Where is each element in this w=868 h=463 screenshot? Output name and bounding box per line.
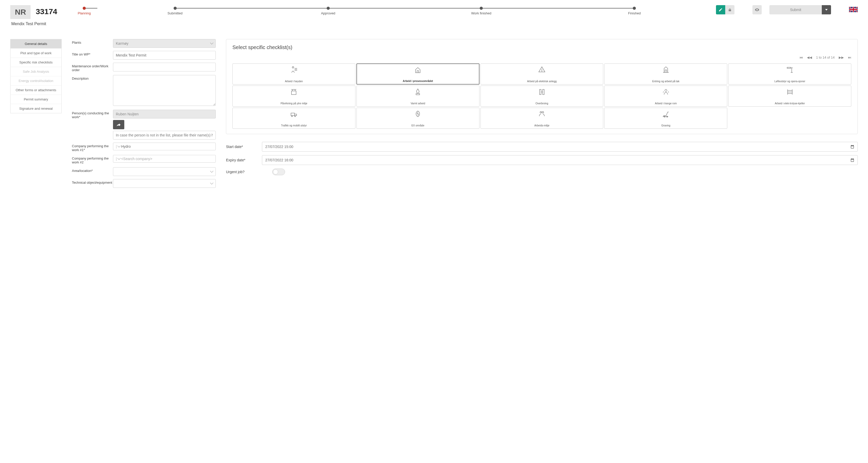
area-select[interactable] — [113, 167, 216, 176]
submit-button[interactable]: Submit — [769, 5, 831, 15]
company2-combobox[interactable]: | <Search company> — [113, 155, 216, 163]
pager-last[interactable]: ⏭ — [848, 56, 851, 59]
share-person-button[interactable] — [113, 120, 124, 129]
checklist-card[interactable]: Varmt arbeid — [356, 86, 479, 107]
checklist-card[interactable]: Påvirkning på ytre miljø — [232, 86, 355, 107]
svg-rect-5 — [539, 89, 541, 94]
checklist-card[interactable]: EX område — [356, 108, 479, 129]
sidebar-item-permit-summary[interactable]: Permit summary — [10, 95, 61, 104]
checklist-icon — [662, 66, 670, 74]
checklist-card-label: Arbeid i høyden — [285, 80, 303, 83]
start-date-label: Start date* — [226, 145, 262, 149]
checklist-card-label: Påvirkning på ytre miljø — [280, 102, 307, 105]
checklist-card[interactable]: Arbeid på elektrisk anlegg — [480, 63, 603, 85]
title-input[interactable] — [113, 51, 216, 60]
checklist-card[interactable]: Arbeid i prosessområdet — [356, 63, 479, 85]
step-submitted[interactable]: Submitted — [98, 7, 251, 15]
checklist-icon — [786, 66, 794, 74]
checklist-icon — [414, 66, 422, 75]
checklist-card-label: Overbroing — [535, 102, 548, 105]
tech-object-select[interactable] — [113, 179, 216, 188]
mode-toggle — [716, 5, 735, 15]
plants-label: Plants — [72, 39, 113, 45]
sidebar-item-plot-type[interactable]: Plot and type of work — [10, 49, 61, 58]
checklist-icon — [786, 88, 794, 96]
eye-icon — [755, 7, 760, 12]
svg-point-2 — [541, 71, 542, 71]
language-flag[interactable] — [849, 7, 858, 13]
permit-subtitle: Mendix Test Permit — [11, 22, 858, 26]
permit-number: 33174 — [36, 5, 57, 16]
sidebar-item-general-details[interactable]: General details — [10, 39, 61, 49]
svg-point-12 — [542, 112, 544, 113]
checklist-icon — [290, 88, 298, 96]
pager-first[interactable]: ⏮ — [800, 56, 803, 59]
checklist-title: Select specific checklist(s) — [232, 45, 851, 50]
sidebar-item-energy-control: Energy control/isolation — [10, 76, 61, 86]
svg-point-11 — [540, 112, 541, 113]
maintenance-order-label: Maintenance order/Work order — [72, 63, 113, 72]
description-label: Description — [72, 75, 113, 80]
checklist-card[interactable]: Overbroing — [480, 86, 603, 107]
plants-select[interactable]: Karmøy — [113, 39, 216, 48]
chevron-down-icon — [211, 181, 213, 185]
section-nav: General details Plot and type of work Sp… — [10, 39, 62, 113]
svg-rect-4 — [416, 93, 420, 95]
title-label: Title on WP* — [72, 51, 113, 56]
chevron-down-icon — [118, 157, 120, 161]
urgent-job-label: Urgent job? — [226, 170, 272, 174]
checklist-card-label: Entring og arbeid på tak — [652, 80, 680, 83]
caret-down-icon — [825, 8, 828, 11]
calendar-icon — [850, 145, 855, 149]
header-actions: Submit — [716, 5, 858, 15]
persons-freetext-input[interactable] — [113, 131, 216, 140]
checklist-card[interactable]: Arbeid i elek-trolyse-kjeller — [728, 86, 851, 107]
submit-dropdown[interactable] — [822, 5, 831, 15]
step-planning[interactable]: Planning — [78, 7, 91, 15]
sidebar-item-other-forms[interactable]: Other forms or attachments — [10, 86, 61, 95]
preview-button[interactable] — [752, 5, 762, 15]
pager-next[interactable]: ▶▶ — [839, 56, 844, 59]
expiry-date-input[interactable]: 27/07/2022 16:00 — [262, 155, 858, 165]
checklist-card-label: Løfteutstyr og opera-sjoner — [775, 80, 805, 83]
persons-select[interactable]: Ruben Nuijten — [113, 110, 216, 118]
checklist-icon — [538, 110, 546, 118]
chevron-down-icon — [211, 170, 213, 174]
checklist-card-label: Arbeid i trange rom — [655, 102, 677, 105]
step-approved[interactable]: Approved — [252, 7, 405, 15]
company1-label: Company performing the work #1* — [72, 143, 113, 152]
company1-combobox[interactable]: | Hydro — [113, 143, 216, 150]
uk-flag-icon — [849, 7, 858, 12]
nr-badge: NR — [10, 5, 31, 19]
header-bar: NR 33174 Planning Submitted Approved Wor… — [10, 5, 858, 19]
maintenance-order-input[interactable] — [113, 63, 216, 71]
checklist-card[interactable]: Graving — [604, 108, 727, 129]
checklist-icon — [290, 110, 298, 118]
checklist-card[interactable]: Arbeid i høyden — [232, 63, 355, 85]
checklist-card-label: Graving — [661, 124, 670, 127]
checklist-card-label: Trafikk og mobilt utstyr — [281, 124, 307, 127]
lock-button[interactable] — [725, 5, 735, 15]
description-textarea[interactable] — [113, 75, 216, 106]
pager-prev[interactable]: ◀◀ — [807, 56, 812, 59]
lock-icon — [728, 8, 732, 11]
checklist-card-label: Arbeids-miljø — [534, 124, 549, 127]
checklist-card[interactable]: Arbeid i trange rom — [604, 86, 727, 107]
area-label: Area/location* — [72, 167, 113, 173]
urgent-job-switch[interactable] — [272, 169, 285, 175]
start-date-input[interactable]: 27/07/2022 15:00 — [262, 142, 858, 152]
chevron-down-icon — [211, 41, 213, 46]
sidebar-item-specific-risk[interactable]: Specific risk checklists — [10, 58, 61, 67]
checklist-card[interactable]: Trafikk og mobilt utstyr — [232, 108, 355, 129]
share-arrow-icon — [116, 123, 121, 126]
step-work-finished[interactable]: Work finished — [405, 7, 558, 15]
checklist-icon — [662, 88, 670, 96]
svg-rect-3 — [291, 91, 296, 94]
step-finished[interactable]: Finished — [558, 7, 711, 15]
checklist-card[interactable]: Arbeids-miljø — [480, 108, 603, 129]
checklist-card[interactable]: Entring og arbeid på tak — [604, 63, 727, 85]
checklist-card[interactable]: Løfteutstyr og opera-sjoner — [728, 63, 851, 85]
edit-button[interactable] — [716, 5, 725, 15]
sidebar-item-signature-renewal[interactable]: Signature and renewal — [10, 104, 61, 113]
svg-rect-8 — [291, 113, 294, 116]
